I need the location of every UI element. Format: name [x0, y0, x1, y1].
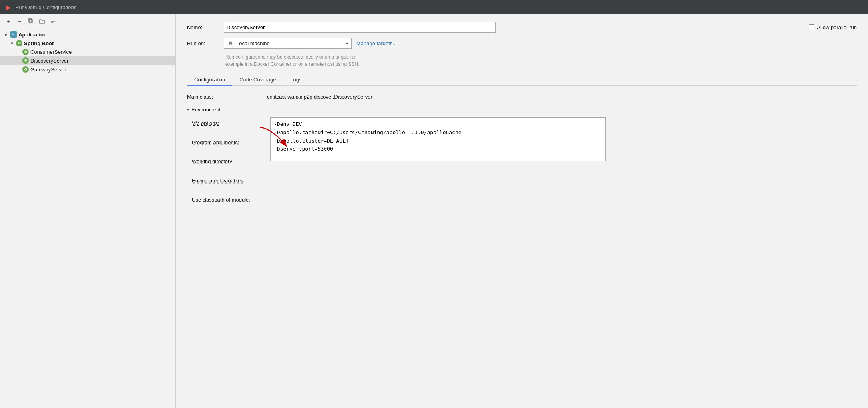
sidebar-label-discovery-server: DiscoveryServer	[30, 58, 68, 64]
vm-options-textarea[interactable]: -Denv=DEV -Dapollo.cacheDir=C:/Users/Cen…	[270, 117, 606, 161]
house-icon	[227, 40, 233, 46]
sidebar: + − ᵃ	[0, 14, 176, 408]
application-icon	[10, 31, 17, 38]
environment-section-header: ▾ Environment	[187, 107, 857, 113]
dialog-title: Run/Debug Configurations	[15, 4, 76, 10]
name-row: Name: Allow parallel r̲un	[187, 22, 857, 33]
svg-text:ᵃ: ᵃ	[54, 20, 56, 23]
add-config-button[interactable]: +	[4, 17, 13, 26]
environment-label: Environment	[191, 107, 221, 113]
sidebar-label-spring-boot: Spring Boot	[24, 40, 54, 46]
sort-button[interactable]: ᵃ	[49, 17, 58, 26]
run-on-label: Run on:	[187, 40, 219, 46]
main-class-value[interactable]: cn.itcast.wanxinp2p.discover.DiscoverySe…	[264, 93, 543, 101]
main-class-row: Main class: cn.itcast.wanxinp2p.discover…	[187, 93, 857, 101]
sidebar-item-application[interactable]: ▸ Application	[0, 30, 175, 39]
labels-column: VM options: Program arguments: Working d…	[192, 117, 264, 203]
textarea-area: -Denv=DEV -Dapollo.cacheDir=C:/Users/Cen…	[270, 117, 606, 161]
svg-rect-1	[28, 19, 32, 22]
sidebar-label-consumer-service: ConsumerService	[30, 49, 72, 55]
allow-parallel-label: Allow parallel r̲un	[817, 24, 857, 30]
classpath-label: Use classpath of module:	[192, 196, 264, 203]
run-on-value: Local machine	[236, 40, 270, 46]
sidebar-toolbar: + − ᵃ	[0, 14, 175, 28]
sidebar-label-application: Application	[18, 32, 47, 38]
sidebar-label-gateway-server: GatewayServer	[30, 67, 66, 73]
title-bar: ▶ Run/Debug Configurations	[0, 0, 868, 14]
content-pane: Name: Allow parallel r̲un Run on: Local …	[176, 14, 868, 408]
tab-configuration[interactable]: Configuration	[187, 74, 232, 86]
consumer-service-icon: ⚙	[22, 49, 29, 55]
dialog-icon: ▶	[5, 4, 12, 11]
dropdown-arrow-icon: ▾	[346, 41, 348, 46]
allow-parallel-checkbox[interactable]	[809, 24, 814, 30]
run-debug-configurations-dialog: ▶ Run/Debug Configurations + −	[0, 0, 868, 408]
sidebar-item-gateway-server[interactable]: ▸ ⚙ GatewayServer	[0, 65, 175, 74]
name-label: Name:	[187, 24, 219, 30]
copy-icon	[28, 18, 34, 24]
spring-boot-icon: ⚙	[16, 40, 22, 46]
tree-arrow-application: ▸	[3, 32, 9, 37]
tree-arrow-spring-boot: ▾	[9, 40, 14, 46]
allow-parallel-area: Allow parallel r̲un	[809, 24, 857, 30]
tab-logs[interactable]: Logs	[283, 74, 309, 86]
name-input[interactable]	[224, 22, 496, 33]
sidebar-item-spring-boot[interactable]: ▾ ⚙ Spring Boot	[0, 39, 175, 48]
vm-section: VM options: Program arguments: Working d…	[192, 117, 857, 203]
config-content: Main class: cn.itcast.wanxinp2p.discover…	[187, 86, 857, 408]
vm-options-label: VM options:	[192, 119, 264, 126]
remove-config-button[interactable]: −	[15, 17, 24, 26]
env-vars-label: Environment variables:	[192, 176, 264, 184]
tab-code-coverage[interactable]: Code Coverage	[232, 74, 283, 86]
vm-options-layout: VM options: Program arguments: Working d…	[192, 117, 857, 203]
sidebar-item-consumer-service[interactable]: ▸ ⚙ ConsumerService	[0, 48, 175, 56]
copy-config-button[interactable]	[26, 17, 35, 26]
folder-icon	[39, 19, 45, 24]
run-on-dropdown[interactable]: Local machine ▾	[224, 38, 352, 49]
program-args-label: Program arguments:	[192, 138, 264, 145]
main-class-label: Main class:	[187, 93, 259, 100]
svg-rect-0	[29, 20, 32, 23]
discovery-server-icon: ⚙	[22, 57, 29, 64]
section-arrow-icon: ▾	[187, 107, 189, 112]
tabs-bar: Configuration Code Coverage Logs	[187, 74, 857, 86]
hint-text: Run configurations may be executed local…	[225, 53, 857, 68]
hint-content: Run configurations may be executed local…	[225, 54, 360, 67]
manage-targets-link[interactable]: Manage targets...	[356, 40, 397, 46]
svg-rect-6	[12, 32, 16, 36]
run-on-row: Run on: Local machine ▾ Manage targets..…	[187, 38, 857, 49]
working-dir-label: Working directory:	[192, 157, 264, 164]
gateway-server-icon: ⚙	[22, 66, 29, 73]
main-content: + − ᵃ	[0, 14, 868, 408]
run-on-inner: Local machine	[227, 40, 270, 46]
sidebar-item-discovery-server[interactable]: ▸ ⚙ DiscoveryServer	[0, 56, 175, 65]
sort-icon: ᵃ	[50, 18, 56, 24]
folder-button[interactable]	[38, 17, 46, 26]
sidebar-tree: ▸ Application ▾ ⚙ Spring Boot ▸ ⚙ Consum…	[0, 28, 175, 408]
